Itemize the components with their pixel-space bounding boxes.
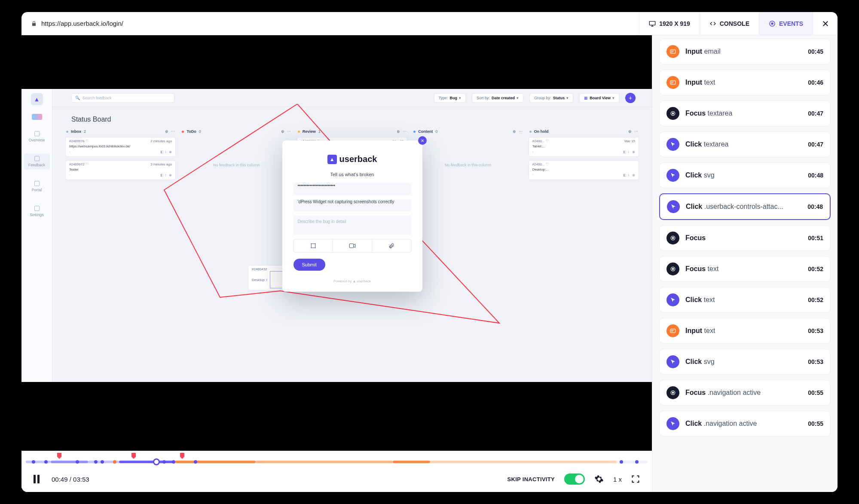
svg-rect-19 xyxy=(671,331,673,332)
svg-rect-4 xyxy=(349,244,353,247)
timeline-marker-icon xyxy=(57,453,61,459)
event-row[interactable]: Click svg 00:48 xyxy=(659,162,831,188)
recorded-nav-overview: Overview xyxy=(24,128,50,145)
event-label: Click .navigation active xyxy=(685,420,802,428)
console-tab[interactable]: CONSOLE xyxy=(700,12,759,35)
modal-field-title: 'dPress Widget not capturing screenshots… xyxy=(293,199,411,211)
settings-button[interactable] xyxy=(594,474,604,484)
event-label: Focus .navigation active xyxy=(685,389,802,397)
event-row[interactable]: Focus 00:51 xyxy=(659,225,831,251)
event-row[interactable]: Input text 00:46 xyxy=(659,70,831,95)
modal-subtitle: Tell us what's broken xyxy=(293,172,411,177)
focus-event-icon xyxy=(666,263,679,275)
pause-button[interactable] xyxy=(34,475,42,483)
svg-rect-18 xyxy=(671,330,674,330)
click-event-icon xyxy=(667,200,680,213)
event-time: 00:52 xyxy=(808,296,823,303)
event-row[interactable]: Focus .navigation active 00:55 xyxy=(659,380,831,406)
session-viewport[interactable]: ▲ Overview Feedback Portal Settings 🔍Sea… xyxy=(21,35,652,451)
svg-rect-3 xyxy=(311,244,315,247)
timeline-marker-icon xyxy=(180,453,184,459)
click-event-icon xyxy=(666,417,679,430)
speed-button[interactable]: 1 x xyxy=(613,476,622,483)
url-bar: https://app.userback.io/login/ xyxy=(21,20,639,27)
event-time: 00:53 xyxy=(808,358,823,365)
event-row[interactable]: Click .navigation active 00:55 xyxy=(659,411,831,437)
svg-point-14 xyxy=(672,237,674,239)
event-time: 00:48 xyxy=(807,203,823,210)
svg-rect-9 xyxy=(671,82,674,82)
svg-point-12 xyxy=(672,113,674,114)
events-label: EVENTS xyxy=(779,20,803,27)
event-time: 00:51 xyxy=(808,235,823,241)
event-time: 00:48 xyxy=(808,172,823,179)
event-label: Focus textarea xyxy=(685,110,802,117)
click-event-icon xyxy=(666,355,679,368)
timeline[interactable] xyxy=(21,451,652,466)
svg-point-2 xyxy=(771,23,773,24)
console-label: CONSOLE xyxy=(720,20,749,27)
viewport-column: ▲ Overview Feedback Portal Settings 🔍Sea… xyxy=(21,35,652,492)
close-button[interactable] xyxy=(813,12,838,35)
event-label: Focus xyxy=(685,234,802,242)
svg-rect-7 xyxy=(671,52,673,52)
event-row[interactable]: Click .userback-controls-attac... 00:48 xyxy=(659,193,831,220)
modal-close-icon: ✕ xyxy=(418,136,427,145)
event-time: 00:53 xyxy=(808,327,823,334)
skip-inactivity-label: SKIP INACTIVITY xyxy=(507,476,555,483)
click-event-icon xyxy=(666,293,679,306)
close-icon xyxy=(822,20,829,27)
fullscreen-button[interactable] xyxy=(631,475,640,483)
top-bar: https://app.userback.io/login/ 1920 X 91… xyxy=(21,12,838,35)
events-tab[interactable]: EVENTS xyxy=(759,12,813,35)
session-replay-app: https://app.userback.io/login/ 1920 X 91… xyxy=(21,12,838,492)
event-label: Input text xyxy=(685,79,802,86)
top-controls: 1920 X 919 CONSOLE EVENTS xyxy=(639,12,838,35)
lock-icon xyxy=(31,21,37,27)
screenshot-icon xyxy=(294,239,333,252)
recorded-nav-feedback: Feedback xyxy=(24,153,50,170)
event-time: 00:55 xyxy=(808,389,823,396)
event-row[interactable]: Click text 00:52 xyxy=(659,287,831,313)
event-row[interactable]: Focus textarea 00:47 xyxy=(659,101,831,126)
event-label: Click svg xyxy=(685,358,802,366)
modal-powered-by: Powered by ▲ userback xyxy=(293,271,411,283)
timeline-playhead[interactable] xyxy=(153,458,160,465)
event-label: Input text xyxy=(685,327,802,335)
skip-inactivity-toggle[interactable] xyxy=(564,473,585,485)
event-label: Input email xyxy=(685,48,802,55)
recorded-logo-icon: ▲ xyxy=(31,93,43,105)
event-row[interactable]: Input text 00:53 xyxy=(659,318,831,344)
recorded-main: 🔍Search feedback Type:Bug▾ Sort by:Date … xyxy=(52,89,652,382)
viewport-size-label: 1920 X 919 xyxy=(659,20,690,27)
recorded-workspace-icon xyxy=(32,114,42,120)
click-event-icon xyxy=(666,169,679,182)
events-panel[interactable]: Input email 00:45 Input text 00:46 Focus… xyxy=(652,35,838,492)
focus-event-icon xyxy=(666,232,679,244)
event-label: Click textarea xyxy=(685,141,802,148)
event-row[interactable]: Click svg 00:53 xyxy=(659,349,831,375)
event-row[interactable]: Input email 00:45 xyxy=(659,39,831,64)
viewport-size-button[interactable]: 1920 X 919 xyxy=(639,12,700,35)
events-icon xyxy=(769,20,776,27)
page-url: https://app.userback.io/login/ xyxy=(41,20,123,27)
recorded-nav-settings: Settings xyxy=(24,203,50,220)
timeline-marker-icon xyxy=(131,453,136,459)
event-row[interactable]: Focus text 00:52 xyxy=(659,256,831,282)
recorded-page: ▲ Overview Feedback Portal Settings 🔍Sea… xyxy=(21,89,652,382)
video-icon xyxy=(333,239,372,252)
modal-field-email: ••••••••••••••••••••••••• xyxy=(293,183,411,195)
svg-rect-8 xyxy=(670,81,676,84)
click-event-icon xyxy=(666,138,679,151)
event-time: 00:46 xyxy=(808,79,823,86)
event-time: 00:45 xyxy=(808,48,823,55)
modal-actions: Attach a file xyxy=(293,239,411,253)
input-event-icon xyxy=(666,45,679,58)
modal-field-description: Describe the bug in detail xyxy=(293,216,411,235)
time-display: 00:49 / 03:53 xyxy=(52,476,89,483)
playback-bar: 00:49 / 03:53 SKIP INACTIVITY 1 x xyxy=(21,451,652,492)
event-label: Click .userback-controls-attac... xyxy=(686,203,801,211)
event-row[interactable]: Click textarea 00:47 xyxy=(659,131,831,157)
event-label: Click svg xyxy=(685,171,802,179)
focus-event-icon xyxy=(666,107,679,120)
